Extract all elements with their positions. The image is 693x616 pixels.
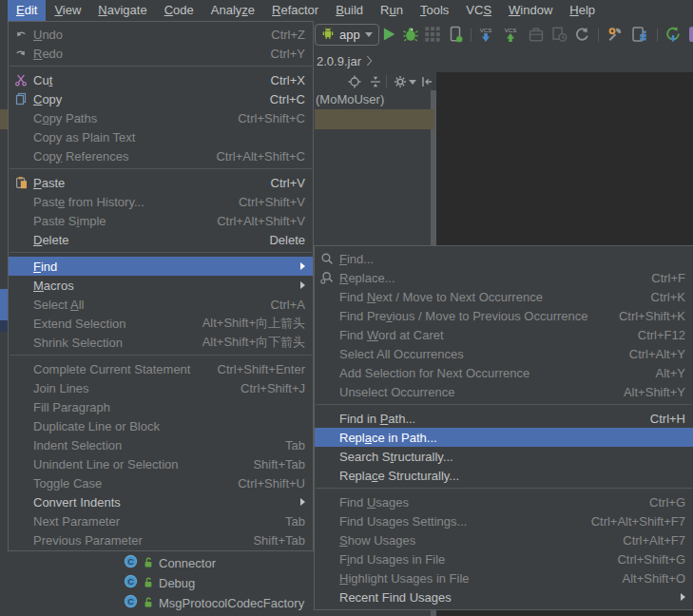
menu-item-search-structurally[interactable]: Search Structurally... <box>315 447 693 466</box>
menubar-item-help[interactable]: Help <box>561 0 604 21</box>
tree-item-debug[interactable]: CDebug <box>124 573 304 593</box>
run-configuration-selector[interactable]: app <box>315 24 379 46</box>
menu-item-find-word-at-caret[interactable]: Find Word at CaretCtrl+F12 <box>315 325 693 344</box>
menubar-item-view[interactable]: View <box>46 0 89 21</box>
menu-item-unselect-occurrence[interactable]: Unselect OccurrenceAlt+Shift+Y <box>315 382 693 401</box>
menu-item-shortcut: Ctrl+Shift+G <box>617 552 685 567</box>
menu-icon-slot <box>318 532 336 548</box>
menu-icon-slot <box>12 194 29 209</box>
menu-icon-slot <box>318 589 336 605</box>
menu-item-delete[interactable]: DeleteDelete <box>9 230 313 249</box>
menu-item-add-selection-for-next-occurrence[interactable]: Add Selection for Next OccurrenceAlt+Y <box>315 363 693 382</box>
menu-item-replace[interactable]: Replace...Ctrl+F <box>315 268 693 287</box>
menu-item-find[interactable]: Find... <box>315 249 693 268</box>
menu-item-find-in-path[interactable]: Find in Path...Ctrl+H <box>315 409 693 428</box>
history-button[interactable] <box>550 26 568 43</box>
menu-item-convert-indents[interactable]: Convert Indents <box>9 492 313 511</box>
menu-item-shortcut: Ctrl+Z <box>271 28 305 42</box>
menu-item-highlight-usages-in-file[interactable]: Highlight Usages in FileAlt+Shift+O <box>315 568 693 587</box>
menubar-item-run[interactable]: Run <box>372 0 412 21</box>
menu-icon-slot <box>318 551 336 567</box>
menu-item-label: Highlight Usages in File <box>339 571 470 586</box>
menu-item-toggle-case[interactable]: Toggle CaseCtrl+Shift+U <box>9 473 313 492</box>
redo-icon <box>12 46 29 61</box>
menu-item-select-all[interactable]: Select AllCtrl+A <box>9 295 313 314</box>
attach-debugger-button[interactable] <box>447 26 464 43</box>
menu-item-undo[interactable]: UndoCtrl+Z <box>9 25 313 44</box>
project-tree-selected-row[interactable] <box>315 109 434 129</box>
menu-icon-slot <box>12 129 29 144</box>
shelve-button[interactable] <box>528 26 545 43</box>
menubar-item-navigate[interactable]: Navigate <box>89 0 155 21</box>
sdk-manager-button[interactable] <box>606 26 624 43</box>
menu-item-find-next-move-to-next-occurrence[interactable]: Find Next / Move to Next OccurrenceCtrl+… <box>315 287 693 306</box>
menubar-item-window[interactable]: Window <box>500 0 561 21</box>
menubar-item-refactor[interactable]: Refactor <box>263 0 327 21</box>
coverage-button[interactable] <box>424 26 441 43</box>
menu-item-unindent-line-or-selection[interactable]: Unindent Line or SelectionShift+Tab <box>9 454 313 473</box>
menu-item-replace-structurally[interactable]: Replace Structurally... <box>315 466 693 485</box>
locate-target-icon[interactable] <box>348 75 361 88</box>
hide-panel-icon[interactable] <box>420 75 433 88</box>
ide-window: app VCS VCS 2.0.9.jar (MoMoUser) CConne <box>0 0 693 616</box>
menu-item-show-usages[interactable]: Show UsagesCtrl+Alt+F7 <box>315 530 693 549</box>
menu-item-recent-find-usages[interactable]: Recent Find Usages <box>315 587 693 606</box>
menu-item-copy-paths[interactable]: Copy PathsCtrl+Shift+C <box>9 108 313 127</box>
menu-item-find-usages-settings[interactable]: Find Usages Settings...Ctrl+Alt+Shift+F7 <box>315 511 693 530</box>
menu-item-select-all-occurrences[interactable]: Select All OccurrencesCtrl+Alt+Y <box>315 344 693 363</box>
menu-item-paste-simple[interactable]: Paste SimpleCtrl+Alt+Shift+V <box>9 211 313 230</box>
menu-item-copy[interactable]: CopyCtrl+C <box>9 89 313 108</box>
menu-item-extend-selection[interactable]: Extend SelectionAlt+Shift+向上箭头 <box>9 314 313 333</box>
menu-item-join-lines[interactable]: Join LinesCtrl+Shift+J <box>9 378 313 397</box>
menu-item-indent-selection[interactable]: Indent SelectionTab <box>9 435 313 454</box>
submenu-arrow-icon <box>681 593 685 601</box>
gear-dropdown-icon[interactable] <box>409 80 416 85</box>
menubar-item-vcs[interactable]: VCS <box>457 0 500 21</box>
menubar-item-analyze[interactable]: Analyze <box>202 0 263 21</box>
menubar-item-build[interactable]: Build <box>327 0 372 21</box>
menu-item-previous-parameter[interactable]: Previous ParameterShift+Tab <box>9 530 313 549</box>
menu-item-find-previous-move-to-previous-occurrence[interactable]: Find Previous / Move to Previous Occurre… <box>315 306 693 325</box>
menu-item-complete-current-statement[interactable]: Complete Current StatementCtrl+Shift+Ent… <box>9 359 313 378</box>
menu-item-copy-as-plain-text[interactable]: Copy as Plain Text <box>9 127 313 146</box>
collapse-all-icon[interactable] <box>369 75 382 88</box>
menu-icon-slot <box>12 259 29 274</box>
menu-item-redo[interactable]: RedoCtrl+Y <box>9 44 313 63</box>
menu-item-find-usages[interactable]: Find UsagesCtrl+G <box>315 492 693 511</box>
menu-item-paste[interactable]: PasteCtrl+V <box>9 173 313 192</box>
breadcrumb[interactable]: 2.0.9.jar <box>317 51 373 70</box>
menu-item-fill-paragraph[interactable]: Fill Paragraph <box>9 397 313 416</box>
menu-item-duplicate-line-or-block[interactable]: Duplicate Line or Block <box>9 416 313 435</box>
menu-item-cut[interactable]: CutCtrl+X <box>9 70 313 89</box>
breadcrumb-item[interactable]: 2.0.9.jar <box>317 54 361 68</box>
menu-item-macros[interactable]: Macros <box>9 276 313 295</box>
vcs-update-button[interactable]: VCS <box>477 26 494 43</box>
run-button[interactable] <box>380 26 397 43</box>
menubar-item-tools[interactable]: Tools <box>412 0 457 21</box>
gear-icon[interactable] <box>394 75 407 88</box>
tree-item-msgprotocolcodecfactory[interactable]: CMsgProtocolCodecFactory <box>124 593 304 613</box>
debug-button[interactable] <box>402 26 419 43</box>
rollback-button[interactable] <box>573 26 590 43</box>
sync-button[interactable] <box>664 26 682 43</box>
tree-item-connector[interactable]: CConnector <box>124 553 304 573</box>
svg-text:VCS: VCS <box>480 28 491 33</box>
menu-item-replace-in-path[interactable]: Replace in Path... <box>315 428 693 447</box>
menu-item-copy-references[interactable]: Copy ReferencesCtrl+Alt+Shift+C <box>9 146 313 165</box>
edit-menu: UndoCtrl+ZRedoCtrl+YCutCtrl+XCopyCtrl+CC… <box>8 21 314 551</box>
vcs-commit-button[interactable]: VCS <box>502 26 519 43</box>
menu-icon-slot <box>12 456 29 472</box>
menu-item-paste-from-history[interactable]: Paste from History...Ctrl+Shift+V <box>9 192 313 211</box>
menu-icon-slot <box>12 297 29 312</box>
avd-manager-button[interactable] <box>631 26 648 43</box>
menu-item-find[interactable]: Find <box>9 257 313 276</box>
tree-item-partial-label: (MoMoUser) <box>316 92 384 106</box>
menubar-item-edit[interactable]: Edit <box>8 0 46 21</box>
menu-item-find-usages-in-file[interactable]: Find Usages in FileCtrl+Shift+G <box>315 549 693 568</box>
device-explorer-button[interactable] <box>685 26 693 43</box>
menu-item-next-parameter[interactable]: Next ParameterTab <box>9 511 313 530</box>
svg-text:C: C <box>127 577 134 587</box>
menu-item-label: Duplicate Line or Block <box>33 419 160 433</box>
menu-item-shrink-selection[interactable]: Shrink SelectionAlt+Shift+向下箭头 <box>9 333 313 352</box>
menubar-item-code[interactable]: Code <box>156 0 202 21</box>
